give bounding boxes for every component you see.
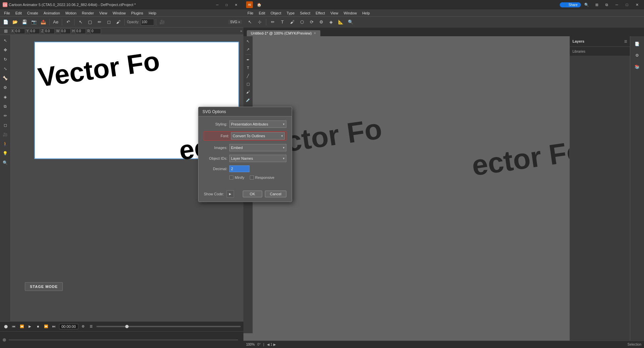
ai-lt-line[interactable]: ╱ [244, 72, 252, 80]
styling-select[interactable]: Presentation Attributes [229, 120, 286, 128]
minify-checkbox-label[interactable]: Minify [229, 176, 244, 180]
tl-stop[interactable]: ■ [35, 324, 41, 330]
side-light[interactable]: 💡 [1, 149, 10, 158]
cancel-button[interactable]: Cancel [265, 191, 286, 197]
ai-tool-4[interactable]: T [278, 18, 287, 27]
svg-options-dialog[interactable]: SVG Options Styling: Presentation Attrib… [198, 107, 292, 202]
ai-tool-7[interactable]: ⟳ [307, 18, 316, 27]
rect-btn[interactable]: ▢ [86, 18, 94, 27]
toolbar2-more[interactable]: » [240, 29, 242, 33]
coord-h-input[interactable] [75, 29, 86, 34]
ai-tool-1[interactable]: ↖ [245, 18, 254, 27]
ai-lt-select[interactable]: ↖ [244, 38, 252, 45]
side-move[interactable]: ✥ [1, 46, 10, 54]
side-camera[interactable]: 🎥 [1, 130, 10, 139]
decimal-input[interactable] [229, 165, 249, 172]
menu-view[interactable]: View [97, 10, 110, 16]
side-mesh[interactable]: ◈ [1, 93, 10, 101]
side-scale[interactable]: ⤡ [1, 64, 10, 73]
ai-lt-pen[interactable]: ✒ [244, 56, 252, 63]
side-paint[interactable]: ✏ [1, 111, 10, 120]
tl-zoom-slider[interactable] [96, 326, 241, 327]
ai-tool-2[interactable]: ⊹ [255, 18, 264, 27]
menu-edit[interactable]: Edit [13, 10, 25, 16]
tl-play[interactable]: ▶ [27, 324, 33, 330]
font-select[interactable]: Convert To Outlines [231, 132, 285, 140]
ai-close-icon[interactable]: ✕ [633, 0, 641, 9]
side-rotate[interactable]: ↻ [1, 55, 10, 64]
menu-file[interactable]: File [1, 10, 13, 16]
ai-lt-brush[interactable]: 🖌 [244, 88, 252, 96]
stage-mode-button[interactable]: STAGE MODE [25, 282, 63, 291]
side-deform[interactable]: ⧉ [1, 102, 10, 111]
coord-w-input[interactable] [60, 29, 71, 34]
show-code-button[interactable]: ▶ [227, 190, 234, 198]
ai-tool-6[interactable]: ⬡ [297, 18, 306, 27]
coord-r-input[interactable] [90, 29, 101, 34]
select-btn[interactable]: ↖ [76, 18, 85, 27]
menu-window[interactable]: Window [110, 10, 128, 16]
side-bones[interactable]: 🦴 [1, 74, 10, 83]
ai-menu-help[interactable]: Help [360, 10, 373, 16]
tl-prev[interactable]: ⏪ [19, 324, 25, 330]
ai-menu-view[interactable]: View [328, 10, 341, 16]
share-button[interactable]: 👤 Share [560, 2, 581, 7]
ai-tool-3[interactable]: ✏ [268, 18, 277, 27]
open-btn[interactable]: 📂 [11, 18, 19, 27]
ai-tool-5[interactable]: 🖌 [288, 18, 296, 27]
side-ik[interactable]: ⚙ [1, 83, 10, 92]
ai-lt-sample[interactable]: 💉 [244, 96, 252, 104]
ai-search-icon[interactable]: 🔍 [582, 0, 591, 9]
tl-settings[interactable]: ⚙ [80, 324, 86, 330]
ai-tool-11[interactable]: 🔍 [346, 18, 355, 27]
responsive-checkbox-label[interactable]: Responsive [250, 176, 274, 180]
responsive-checkbox[interactable] [250, 176, 254, 180]
ai-lt-direct[interactable]: ↗ [244, 46, 252, 53]
ok-button[interactable]: OK [243, 191, 262, 197]
menu-motion[interactable]: Motion [63, 10, 79, 16]
ae-btn[interactable]: Ae [51, 18, 60, 27]
new-btn[interactable]: 📄 [1, 18, 10, 27]
ai-menu-object[interactable]: Object [268, 10, 284, 16]
ai-menu-file[interactable]: File [245, 10, 256, 16]
menu-animation[interactable]: Animation [41, 10, 63, 16]
eraser-btn[interactable]: ◻ [104, 18, 113, 27]
close-button[interactable]: ✕ [231, 0, 241, 9]
tl-more[interactable]: ☰ [88, 324, 94, 330]
capture-btn[interactable]: 📷 [30, 18, 38, 27]
ai-lt-type[interactable]: T [244, 64, 252, 71]
opacity-input[interactable] [141, 19, 154, 26]
side-magnify[interactable]: 🔍 [1, 158, 10, 167]
pencil-btn[interactable]: ✏ [95, 18, 104, 27]
export-btn[interactable]: 📤 [39, 18, 48, 27]
layers-menu-icon[interactable]: ☰ [624, 40, 627, 43]
tl-record[interactable]: ⬤ [3, 324, 9, 330]
camera-btn[interactable]: 🎥 [158, 18, 167, 27]
menu-plugins[interactable]: Plugins [129, 10, 146, 16]
coord-z-input[interactable] [44, 29, 55, 34]
ai-menu-edit[interactable]: Edit [256, 10, 268, 16]
svg-badge[interactable]: SVG » [228, 20, 242, 24]
brush-btn[interactable]: 🖌 [114, 18, 123, 27]
side-eraser[interactable]: ◻ [1, 121, 10, 130]
menu-render[interactable]: Render [79, 10, 97, 16]
side-walk[interactable]: 🚶 [1, 140, 10, 148]
ai-side-libraries[interactable]: 📚 [632, 62, 642, 72]
ai-home-icon[interactable]: 🏠 [255, 0, 264, 9]
ai-side-layers[interactable]: 📑 [632, 39, 642, 49]
ai-tool-10[interactable]: 📐 [336, 18, 345, 27]
ai-menu-select[interactable]: Select [297, 10, 313, 16]
save-btn[interactable]: 💾 [20, 18, 29, 27]
side-select[interactable]: ↖ [1, 36, 10, 45]
menu-create[interactable]: Create [25, 10, 41, 16]
ai-menu-type[interactable]: Type [284, 10, 297, 16]
tl-rewind[interactable]: ⏮ [11, 324, 17, 330]
ai-tool-8[interactable]: ⚙ [317, 18, 326, 27]
ai-minimize-icon[interactable]: ─ [612, 0, 621, 9]
minify-checkbox[interactable] [229, 176, 233, 180]
menu-help[interactable]: Help [146, 10, 159, 16]
ai-maximize-icon[interactable]: □ [623, 0, 631, 9]
ai-lt-rect[interactable]: ▢ [244, 80, 252, 88]
ai-tool-9[interactable]: ◈ [327, 18, 335, 27]
ai-restore-icon[interactable]: ⧉ [602, 0, 611, 9]
